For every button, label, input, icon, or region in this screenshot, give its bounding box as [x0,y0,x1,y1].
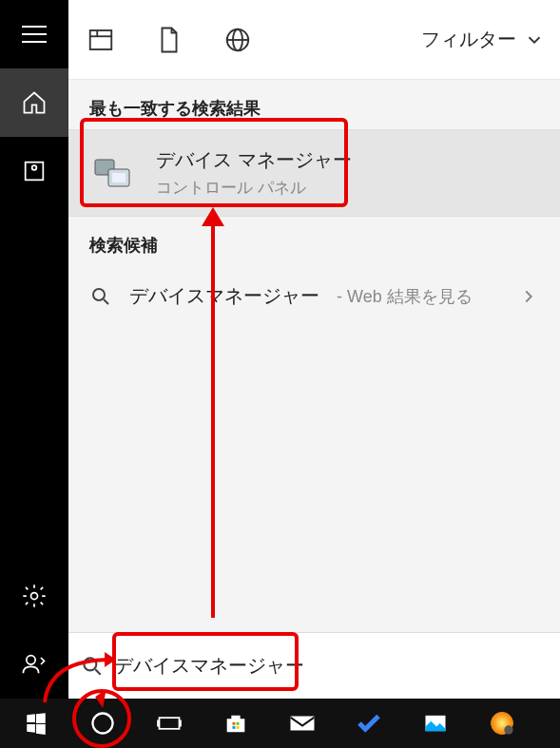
suggestion-label: デバイスマネージャー [129,283,319,309]
best-match-item[interactable]: デバイス マネージャー コントロール パネル [68,129,560,217]
suggestions-header: 検索候補 [68,217,560,266]
svg-rect-4 [90,30,112,49]
svg-point-1 [32,165,37,170]
settings-button[interactable] [0,562,68,630]
cortana-sidebar [0,0,68,699]
svg-point-3 [27,656,35,664]
check-icon [355,709,383,738]
search-scope-toolbar: フィルター [68,0,560,80]
home-icon [21,89,48,116]
suggestion-suffix: - Web 結果を見る [337,285,473,308]
search-icon [80,654,105,679]
orb-icon [489,710,515,737]
chevron-right-icon [518,286,539,307]
best-match-title: デバイス マネージャー [156,147,352,173]
cortana-circle-icon [89,710,116,737]
cortana-button[interactable] [76,699,129,748]
windows-icon [24,711,48,736]
documents-scope-button[interactable] [152,23,186,57]
filter-label: フィルター [421,27,516,52]
svg-line-16 [95,669,100,674]
filter-dropdown[interactable]: フィルター [421,27,545,52]
svg-rect-23 [233,726,236,729]
apps-scope-button[interactable] [84,23,118,57]
svg-rect-20 [180,720,182,727]
search-panel: フィルター 最も一致する検索結果 デバイス マネージャー コントロール パネル … [68,0,560,699]
svg-point-13 [93,289,105,300]
globe-icon [223,26,252,54]
search-input[interactable] [114,647,549,685]
device-manager-icon [89,150,135,196]
hamburger-icon [22,26,47,43]
gear-icon [21,583,48,609]
svg-rect-12 [112,173,126,182]
suggestion-item[interactable]: デバイスマネージャー - Web 結果を見る [68,266,560,326]
mail-icon [288,709,317,738]
photos-icon [422,710,449,737]
search-box[interactable] [68,632,560,699]
feedback-icon [21,651,48,678]
taskview-button[interactable] [143,699,196,748]
svg-rect-21 [233,722,236,725]
app-button[interactable] [475,699,529,748]
svg-point-17 [93,714,113,734]
todo-button[interactable] [342,699,396,748]
search-results: 最も一致する検索結果 デバイス マネージャー コントロール パネル 検索候補 デ… [68,80,560,632]
web-scope-button[interactable] [221,23,255,57]
chevron-down-icon [524,29,545,50]
best-match-header: 最も一致する検索結果 [68,80,560,129]
search-icon [89,285,112,308]
svg-point-28 [504,725,512,734]
photos-button[interactable] [409,699,462,748]
store-icon [222,710,249,737]
saved-icon [21,158,48,184]
hamburger-button[interactable] [0,0,68,68]
feedback-button[interactable] [0,630,68,699]
svg-rect-22 [237,722,240,725]
svg-rect-24 [237,726,240,729]
svg-rect-19 [157,720,159,727]
mail-button[interactable] [276,699,329,748]
saved-button[interactable] [0,137,68,205]
best-match-texts: デバイス マネージャー コントロール パネル [156,147,352,199]
store-button[interactable] [209,699,262,748]
best-match-subtitle: コントロール パネル [156,177,352,199]
taskview-icon [156,710,183,737]
document-icon [155,26,183,54]
svg-point-15 [84,658,96,670]
svg-rect-18 [160,718,180,729]
home-button[interactable] [0,68,68,137]
svg-line-14 [104,299,108,304]
taskbar [0,699,560,748]
start-button[interactable] [10,699,63,748]
apps-icon [87,26,115,54]
svg-point-2 [31,593,38,600]
